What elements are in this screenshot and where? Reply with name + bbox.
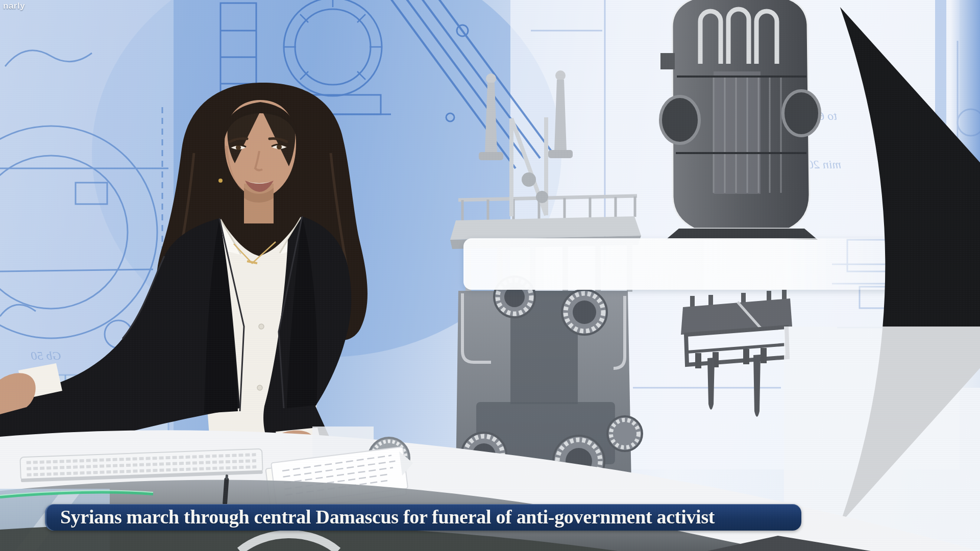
corner-watermark: narly — [3, 1, 25, 11]
ticker-text: Syrians march through central Damascus f… — [45, 504, 801, 530]
channel-bug: TV — [843, 458, 910, 535]
news-desk — [0, 0, 980, 551]
news-ticker: Syrians march through central Damascus f… — [45, 504, 801, 531]
abc-logo-icon — [843, 458, 980, 551]
broadcast-frame: to 60 from 50 min 20 to 61 Gb 50 — [0, 0, 980, 551]
